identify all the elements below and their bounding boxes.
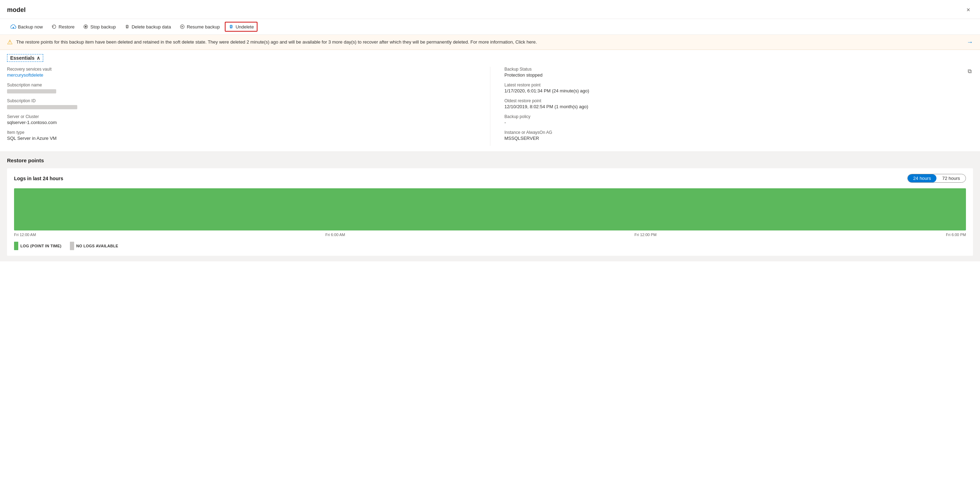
subscription-id-value — [7, 105, 77, 109]
chart-container: Logs in last 24 hours 24 hours 72 hours … — [7, 168, 973, 256]
svg-rect-1 — [85, 26, 87, 28]
recovery-vault-field: Recovery services vault mercurysoftdelet… — [7, 67, 476, 78]
xaxis-label-0: Fri 12:00 AM — [14, 232, 36, 237]
recovery-vault-label: Recovery services vault — [7, 67, 476, 72]
chart-bar — [14, 188, 966, 231]
oldest-restore-value: 12/10/2019, 8:02:54 PM (1 month(s) ago) — [504, 104, 963, 109]
essentials-right: Backup Status Protection stopped Latest … — [490, 67, 963, 146]
instance-value: MSSQLSERVER — [504, 135, 963, 141]
main-window: model × Backup now Restore Stop backup — [0, 0, 980, 482]
stop-backup-button[interactable]: Stop backup — [80, 22, 119, 32]
server-value: sqlserver-1.contoso.com — [7, 120, 476, 125]
legend-item-no-logs: NO LOGS AVAILABLE — [70, 242, 118, 250]
xaxis-label-2: Fri 12:00 PM — [634, 232, 657, 237]
copy-icon[interactable]: ⧉ — [966, 67, 973, 76]
legend-label-log: LOG (POINT IN TIME) — [21, 244, 62, 248]
essentials-left: Recovery services vault mercurysoftdelet… — [7, 67, 490, 146]
legend-color-gray — [70, 242, 74, 250]
restore-button[interactable]: Restore — [48, 22, 78, 32]
time-72h-button[interactable]: 72 hours — [937, 174, 966, 182]
oldest-restore-field: Oldest restore point 12/10/2019, 8:02:54… — [504, 99, 963, 109]
alert-text: The restore points for this backup item … — [16, 39, 963, 45]
item-type-value: SQL Server in Azure VM — [7, 135, 476, 141]
subscription-id-label: Subscription ID — [7, 99, 476, 103]
recovery-vault-value[interactable]: mercurysoftdelete — [7, 72, 43, 78]
essentials-header[interactable]: Essentials ∧ — [7, 54, 43, 62]
essentials-section: Essentials ∧ Recovery services vault mer… — [0, 50, 980, 152]
stop-icon — [83, 24, 89, 30]
time-24h-button[interactable]: 24 hours — [908, 174, 937, 182]
instance-label: Instance or AlwaysOn AG — [504, 130, 963, 135]
restore-icon — [51, 24, 57, 30]
legend-item-log: LOG (POINT IN TIME) — [14, 242, 62, 250]
backup-status-value: Protection stopped — [504, 72, 963, 78]
item-type-field: Item type SQL Server in Azure VM — [7, 130, 476, 141]
legend-color-green — [14, 242, 18, 250]
scrollable-content: Essentials ∧ Recovery services vault mer… — [0, 50, 980, 482]
xaxis-label-3: Fri 6:00 PM — [946, 232, 966, 237]
instance-field: Instance or AlwaysOn AG MSSQLSERVER — [504, 130, 963, 141]
chart-xaxis: Fri 12:00 AM Fri 6:00 AM Fri 12:00 PM Fr… — [14, 232, 966, 237]
latest-restore-field: Latest restore point 1/17/2020, 6:01:34 … — [504, 83, 963, 94]
chevron-up-icon: ∧ — [37, 55, 40, 61]
legend-label-no-logs: NO LOGS AVAILABLE — [76, 244, 118, 248]
title-bar: model × — [0, 0, 980, 19]
backup-policy-value: - — [504, 120, 963, 125]
latest-restore-value: 1/17/2020, 6:01:34 PM (24 minute(s) ago) — [504, 88, 963, 94]
time-toggle: 24 hours 72 hours — [907, 174, 966, 183]
restore-points-section: Restore points Logs in last 24 hours 24 … — [0, 152, 980, 261]
delete-icon — [124, 24, 130, 30]
essentials-grid: Recovery services vault mercurysoftdelet… — [7, 67, 973, 146]
backup-policy-field: Backup policy - — [504, 114, 963, 125]
subscription-name-label: Subscription name — [7, 83, 476, 87]
chart-legend: LOG (POINT IN TIME) NO LOGS AVAILABLE — [14, 242, 966, 250]
item-type-label: Item type — [7, 130, 476, 135]
restore-points-title: Restore points — [7, 157, 973, 163]
subscription-name-field: Subscription name — [7, 83, 476, 94]
backup-policy-label: Backup policy — [504, 114, 963, 119]
oldest-restore-label: Oldest restore point — [504, 99, 963, 103]
latest-restore-label: Latest restore point — [504, 83, 963, 87]
chart-header: Logs in last 24 hours 24 hours 72 hours — [14, 174, 966, 183]
resume-backup-button[interactable]: Resume backup — [176, 22, 223, 32]
essentials-right-wrapper: Backup Status Protection stopped Latest … — [490, 67, 973, 146]
chart-area — [14, 188, 966, 231]
backup-now-button[interactable]: Backup now — [7, 22, 46, 32]
undelete-icon — [228, 24, 234, 30]
server-label: Server or Cluster — [7, 114, 476, 119]
toolbar: Backup now Restore Stop backup Delete ba… — [0, 19, 980, 35]
resume-icon — [180, 24, 185, 30]
close-button[interactable]: × — [964, 5, 973, 15]
window-title: model — [7, 6, 25, 14]
alert-banner: ⚠ The restore points for this backup ite… — [0, 35, 980, 50]
backup-icon — [11, 24, 16, 30]
subscription-id-field: Subscription ID — [7, 99, 476, 109]
subscription-name-value — [7, 89, 56, 94]
chart-title: Logs in last 24 hours — [14, 176, 63, 181]
delete-backup-data-button[interactable]: Delete backup data — [121, 22, 175, 32]
server-field: Server or Cluster sqlserver-1.contoso.co… — [7, 114, 476, 125]
backup-status-label: Backup Status — [504, 67, 963, 72]
backup-status-field: Backup Status Protection stopped — [504, 67, 963, 78]
warning-icon: ⚠ — [7, 38, 13, 46]
xaxis-label-1: Fri 6:00 AM — [325, 232, 345, 237]
alert-arrow-icon[interactable]: → — [967, 39, 973, 46]
undelete-button[interactable]: Undelete — [225, 22, 258, 32]
